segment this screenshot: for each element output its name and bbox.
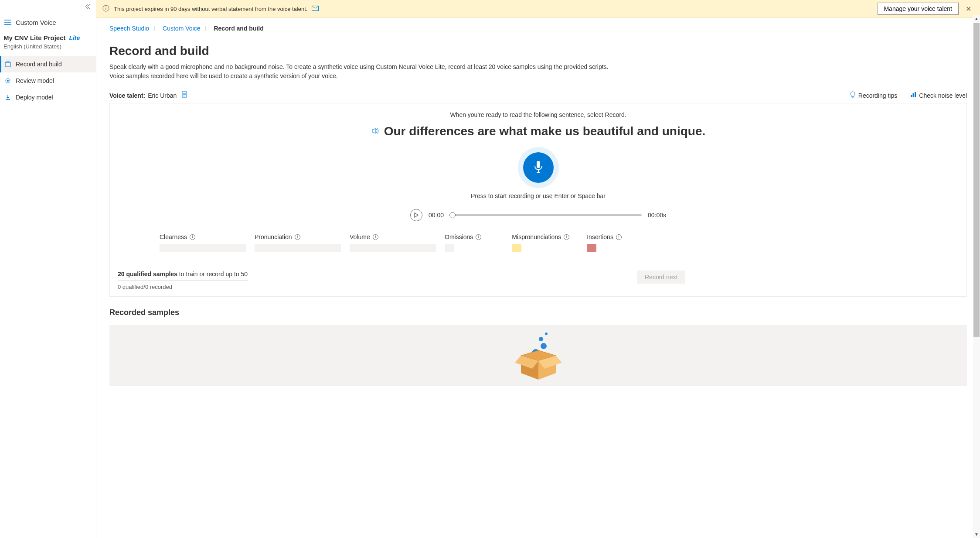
page-title: Record and build — [109, 44, 967, 58]
main-content: This project expires in 90 days without … — [96, 0, 980, 538]
svg-point-2 — [7, 80, 9, 82]
info-icon[interactable]: i — [476, 234, 481, 240]
samples-required: 20 qualified samples to train or record … — [118, 271, 538, 278]
info-icon[interactable]: i — [295, 234, 300, 240]
metric-clearness-label: Clearness — [160, 233, 187, 240]
play-button[interactable] — [410, 209, 422, 221]
breadcrumb: Speech Studio 〉 Custom Voice 〉 Record an… — [109, 18, 967, 36]
record-button[interactable] — [518, 147, 559, 188]
app-title: Custom Voice — [16, 19, 56, 26]
sidebar-nav: Record and build Review model Deploy mod… — [0, 56, 96, 106]
nav-label: Review model — [16, 77, 54, 84]
nav-record-and-build[interactable]: Record and build — [0, 56, 96, 72]
svg-point-13 — [539, 337, 543, 341]
chevron-right-icon: 〉 — [153, 25, 158, 32]
menu-icon[interactable] — [4, 19, 11, 26]
box-icon — [4, 61, 11, 68]
breadcrumb-custom-voice[interactable]: Custom Voice — [163, 25, 200, 32]
mail-icon[interactable] — [312, 6, 319, 12]
metric-omissions-label: Omissions — [445, 233, 473, 240]
speaker-icon[interactable] — [371, 127, 379, 136]
voice-talent-name: Eric Urban — [148, 92, 177, 99]
recorded-samples-title: Recorded samples — [109, 308, 967, 317]
scroll-down-icon[interactable]: ▼ — [974, 531, 979, 538]
nav-deploy-model[interactable]: Deploy model — [0, 89, 96, 106]
lite-badge: Lite — [69, 34, 80, 41]
page-description: Speak clearly with a good microphone and… — [109, 62, 615, 81]
check-noise-link[interactable]: Check noise level — [910, 92, 967, 99]
nav-review-model[interactable]: Review model — [0, 72, 96, 89]
time-total: 00:00s — [648, 212, 666, 219]
breadcrumb-current: Record and build — [214, 25, 263, 32]
recorded-samples-empty — [109, 325, 967, 386]
metric-insertions-bar — [587, 244, 596, 252]
record-next-button[interactable]: Record next — [637, 271, 685, 284]
project-language: English (United States) — [3, 43, 92, 50]
svg-point-12 — [545, 332, 548, 335]
info-icon[interactable]: i — [564, 234, 569, 240]
microphone-icon — [533, 160, 544, 175]
lightbulb-icon — [850, 91, 856, 99]
svg-point-14 — [541, 343, 547, 349]
info-icon[interactable]: i — [616, 234, 622, 240]
info-icon — [102, 5, 109, 13]
manage-voice-talent-button[interactable]: Manage your voice talent — [878, 3, 959, 15]
metric-volume-label: Volume — [350, 233, 370, 240]
close-notice-icon[interactable]: ✕ — [963, 5, 974, 13]
svg-point-4 — [105, 6, 106, 7]
record-card: When you're ready to read the following … — [109, 103, 967, 297]
breadcrumb-speech-studio[interactable]: Speech Studio — [109, 25, 149, 32]
time-current: 00:00 — [429, 212, 444, 219]
bars-icon — [910, 92, 916, 99]
svg-rect-8 — [911, 95, 912, 97]
notice-bar: This project expires in 90 days without … — [96, 0, 980, 18]
project-name: My CNV Lite Project — [3, 34, 66, 41]
sidebar: Custom Voice My CNV Lite Project Lite En… — [0, 0, 96, 538]
svg-rect-5 — [105, 7, 106, 10]
samples-progress-bar — [118, 280, 248, 281]
nav-label: Deploy model — [16, 94, 53, 101]
svg-rect-0 — [5, 62, 10, 67]
document-icon[interactable] — [182, 91, 188, 99]
metric-pronunciation-label: Pronunciation — [255, 233, 292, 240]
deploy-icon — [4, 94, 11, 101]
scrollbar-thumb[interactable] — [973, 23, 980, 337]
record-hint: Press to start recording or use Enter or… — [123, 192, 953, 199]
info-icon[interactable]: i — [190, 234, 195, 240]
audio-player: 00:00 00:00s — [123, 209, 953, 221]
metric-volume-bar — [350, 244, 436, 252]
metric-mispronunciations-bar — [512, 244, 521, 252]
scrollbar[interactable]: ▲ ▼ — [973, 15, 980, 538]
seek-track[interactable] — [450, 214, 642, 216]
review-icon — [4, 77, 11, 84]
samples-status: 0 qualified/0 recorded — [118, 284, 538, 290]
metric-mispronunciations-label: Mispronunciations — [512, 233, 561, 240]
metric-omissions-bar — [445, 244, 454, 252]
collapse-sidebar-icon[interactable] — [85, 3, 91, 11]
seek-thumb[interactable] — [449, 212, 456, 218]
recording-tips-link[interactable]: Recording tips — [850, 91, 898, 99]
ready-prompt: When you're ready to read the following … — [123, 111, 953, 118]
svg-rect-10 — [915, 92, 916, 97]
empty-box-illustration-icon — [512, 329, 565, 386]
chevron-right-icon: 〉 — [204, 25, 209, 32]
svg-rect-11 — [537, 161, 540, 168]
svg-rect-9 — [913, 93, 914, 97]
nav-label: Record and build — [16, 61, 62, 68]
script-sentence: Our differences are what make us beautif… — [384, 124, 706, 138]
info-icon[interactable]: i — [373, 234, 378, 240]
metric-clearness-bar — [160, 244, 246, 252]
notice-text: This project expires in 90 days without … — [114, 6, 307, 12]
scroll-up-icon[interactable]: ▲ — [974, 15, 979, 22]
voice-talent-label: Voice talent: — [109, 92, 145, 99]
project-header: My CNV Lite Project Lite English (United… — [0, 34, 96, 56]
metric-pronunciation-bar — [255, 244, 341, 252]
metric-insertions-label: Insertions — [587, 233, 613, 240]
